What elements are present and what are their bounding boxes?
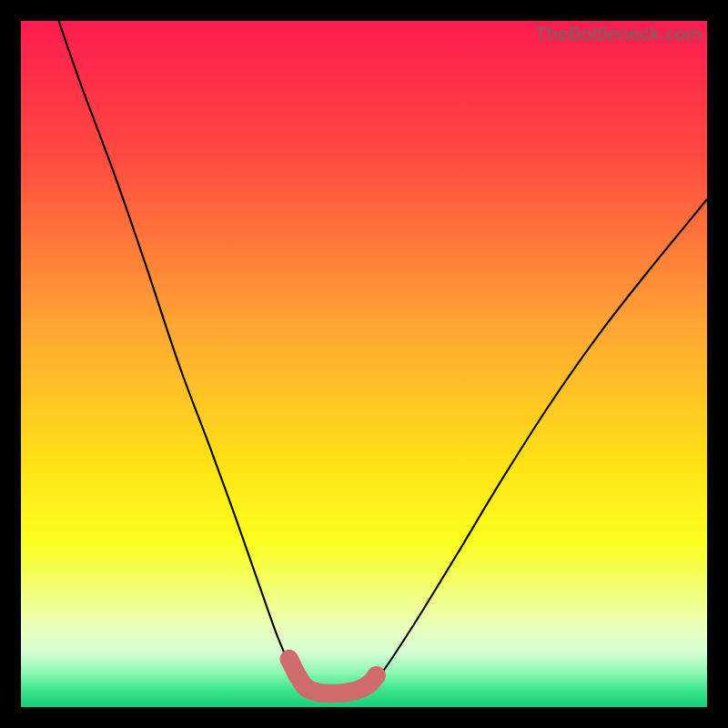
right-curve xyxy=(374,199,707,683)
curves-layer xyxy=(21,21,707,707)
plot-area: TheBottleneck.com xyxy=(21,21,707,707)
left-curve xyxy=(58,21,302,686)
marker-dot xyxy=(280,650,298,668)
marker-dot xyxy=(367,666,385,684)
chart-stage: TheBottleneck.com xyxy=(0,0,728,728)
